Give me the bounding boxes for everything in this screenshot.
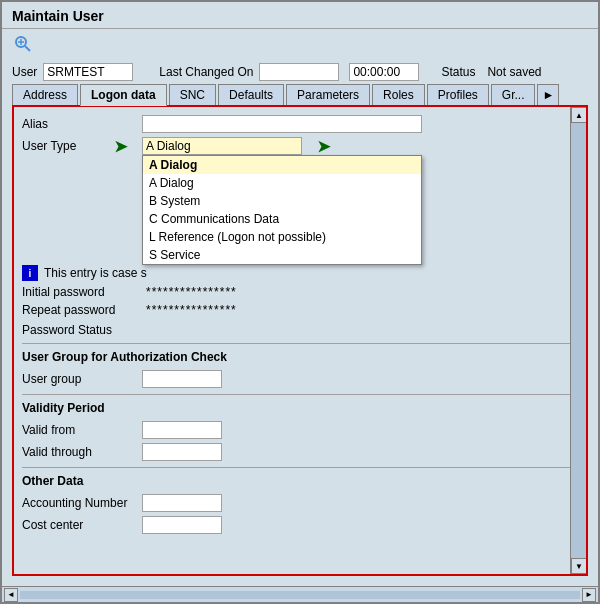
header-fields: User Last Changed On Status Not saved — [2, 59, 598, 83]
accounting-row: Accounting Number — [22, 494, 578, 512]
content-area: Alias User Type ➤ A Dialog ➤ A Dialog A … — [12, 105, 588, 576]
alias-row: Alias — [22, 115, 578, 133]
user-field-row: User — [12, 63, 133, 81]
divider-1 — [22, 343, 578, 344]
password-section: i This entry is case s Initial password … — [22, 265, 578, 534]
other-data-section-label: Other Data — [22, 474, 578, 488]
scroll-down-button[interactable]: ▼ — [571, 558, 587, 574]
tab-address[interactable]: Address — [12, 84, 78, 105]
tab-gr[interactable]: Gr... — [491, 84, 536, 105]
arrow-indicator-left: ➤ — [114, 137, 127, 156]
repeat-password-label: Repeat password — [22, 303, 142, 317]
toolbar — [2, 29, 598, 59]
user-type-row: User Type ➤ A Dialog ➤ A Dialog A Dialog… — [22, 137, 578, 155]
title-bar: Maintain User — [2, 2, 598, 29]
valid-from-input[interactable] — [142, 421, 222, 439]
valid-from-label: Valid from — [22, 423, 142, 437]
scroll-track-vertical — [571, 123, 586, 558]
valid-through-row: Valid through — [22, 443, 578, 461]
dropdown-option-a-dialog-highlight[interactable]: A Dialog — [143, 156, 421, 174]
user-group-label: User group — [22, 372, 142, 386]
content-inner: Alias User Type ➤ A Dialog ➤ A Dialog A … — [14, 107, 586, 546]
password-status-row: Password Status — [22, 323, 578, 337]
accounting-label: Accounting Number — [22, 496, 142, 510]
tab-logon-data[interactable]: Logon data — [80, 84, 167, 106]
user-type-dropdown-container: ➤ A Dialog ➤ A Dialog A Dialog B System … — [142, 137, 302, 155]
repeat-password-row: Repeat password **************** — [22, 303, 578, 317]
arrow-indicator-right: ➤ — [317, 137, 330, 156]
user-group-input[interactable] — [142, 370, 222, 388]
main-window: Maintain User User Last Changed On Statu… — [0, 0, 600, 604]
initial-password-label: Initial password — [22, 285, 142, 299]
tab-parameters[interactable]: Parameters — [286, 84, 370, 105]
tab-bar: Address Logon data SNC Defaults Paramete… — [2, 83, 598, 105]
scroll-up-button[interactable]: ▲ — [571, 107, 587, 123]
dropdown-option-s-service[interactable]: S Service — [143, 246, 421, 264]
info-row: i This entry is case s — [22, 265, 578, 281]
scroll-right-button[interactable]: ► — [582, 588, 596, 602]
dropdown-option-c-comm[interactable]: C Communications Data — [143, 210, 421, 228]
last-changed-input[interactable] — [259, 63, 339, 81]
user-type-selected[interactable]: A Dialog — [142, 137, 302, 155]
svg-line-1 — [25, 46, 30, 51]
password-status-label: Password Status — [22, 323, 142, 337]
scroll-left-button[interactable]: ◄ — [4, 588, 18, 602]
last-changed-row: Last Changed On Status Not saved — [159, 63, 541, 81]
cost-center-input[interactable] — [142, 516, 222, 534]
tab-roles[interactable]: Roles — [372, 84, 425, 105]
accounting-input[interactable] — [142, 494, 222, 512]
user-group-row: User group — [22, 370, 578, 388]
window-title: Maintain User — [12, 8, 588, 24]
alias-input[interactable] — [142, 115, 422, 133]
last-changed-label: Last Changed On — [159, 65, 253, 79]
valid-through-input[interactable] — [142, 443, 222, 461]
valid-from-row: Valid from — [22, 421, 578, 439]
valid-through-label: Valid through — [22, 445, 142, 459]
tab-profiles[interactable]: Profiles — [427, 84, 489, 105]
tab-scroll-right[interactable]: ► — [537, 84, 559, 105]
tab-defaults[interactable]: Defaults — [218, 84, 284, 105]
status-value: Not saved — [487, 65, 541, 79]
user-label: User — [12, 65, 37, 79]
scroll-track-horizontal — [20, 591, 580, 599]
dropdown-option-a-dialog[interactable]: A Dialog — [143, 174, 421, 192]
right-scrollbar: ▲ ▼ — [570, 107, 586, 574]
status-label: Status — [441, 65, 475, 79]
info-icon: i — [22, 265, 38, 281]
cost-center-label: Cost center — [22, 518, 142, 532]
user-group-section-label: User Group for Authorization Check — [22, 350, 578, 364]
dropdown-option-l-ref[interactable]: L Reference (Logon not possible) — [143, 228, 421, 246]
user-type-dropdown-list: A Dialog A Dialog B System C Communicati… — [142, 155, 422, 265]
alias-label: Alias — [22, 117, 142, 131]
divider-2 — [22, 394, 578, 395]
initial-password-value: **************** — [146, 285, 237, 299]
cost-center-row: Cost center — [22, 516, 578, 534]
divider-3 — [22, 467, 578, 468]
tab-snc[interactable]: SNC — [169, 84, 216, 105]
bottom-scrollbar: ◄ ► — [2, 586, 598, 602]
dropdown-option-b-system[interactable]: B System — [143, 192, 421, 210]
validity-section-label: Validity Period — [22, 401, 578, 415]
time-input[interactable] — [349, 63, 419, 81]
initial-password-row: Initial password **************** — [22, 285, 578, 299]
toolbar-icon-1[interactable] — [12, 33, 34, 55]
repeat-password-value: **************** — [146, 303, 237, 317]
user-input[interactable] — [43, 63, 133, 81]
info-text: This entry is case s — [44, 266, 147, 280]
